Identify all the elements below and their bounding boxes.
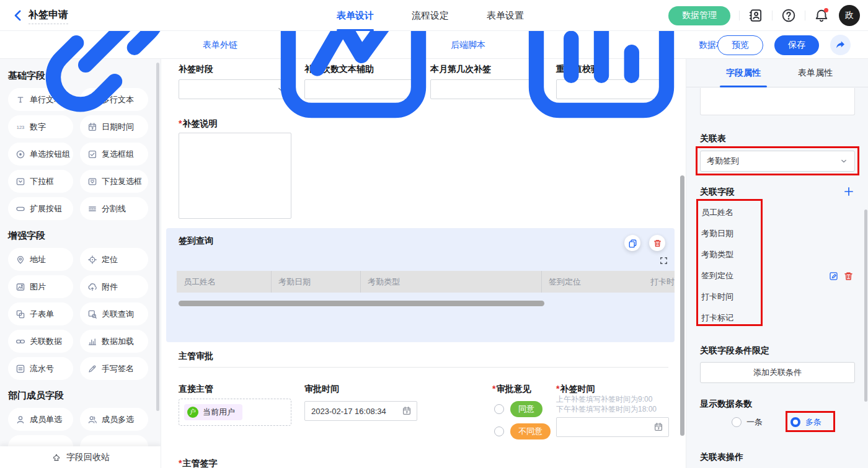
- related-field-item[interactable]: 打卡标记: [701, 307, 733, 329]
- toolbar-link[interactable]: 后端脚本: [260, 31, 485, 59]
- add-field-plus-icon[interactable]: [843, 186, 854, 197]
- member-field-grid: 成员单选 成员多选: [0, 408, 161, 431]
- table-column-header: 打卡时间: [644, 271, 675, 293]
- query-table-header: 员工姓名 考勤日期 考勤类型 签到定位 打卡时间: [177, 271, 675, 293]
- toolbar-link[interactable]: 数据权限: [508, 31, 733, 59]
- table-column-header: 签到定位: [542, 271, 644, 293]
- toolbar-link[interactable]: 表单外链: [12, 31, 237, 59]
- header-tab[interactable]: 表单设计: [337, 0, 374, 31]
- duplicate-widget-button[interactable]: [624, 235, 640, 251]
- section-title-member: 部门成员字段: [8, 390, 161, 402]
- widget-title: 签到查询: [179, 236, 213, 247]
- field-recycle-bin[interactable]: 字段回收站: [0, 446, 161, 468]
- data-manage-button[interactable]: 数据管理: [668, 6, 730, 25]
- related-table-select[interactable]: 考勤签到: [700, 151, 855, 172]
- field-type-pill[interactable]: 分割线: [80, 197, 148, 220]
- canvas-scrollbar[interactable]: [680, 175, 684, 436]
- separator: [805, 11, 805, 20]
- radio-option-agree[interactable]: 同意: [494, 401, 542, 417]
- notification-dot: [824, 8, 828, 12]
- radio-option-disagree[interactable]: 不同意: [494, 423, 551, 439]
- field-type-pill[interactable]: 关联数据: [8, 330, 73, 353]
- radio-option-multiple[interactable]: 多条: [790, 417, 822, 428]
- field-type-pill[interactable]: 单选按钮组: [8, 143, 73, 166]
- notification-bell-icon[interactable]: [814, 8, 829, 23]
- related-field-item[interactable]: 考勤类型: [701, 244, 733, 265]
- help-icon[interactable]: [781, 8, 796, 23]
- field-type-pill[interactable]: 下拉复选框: [80, 170, 148, 193]
- add-condition-button[interactable]: 添加关联条件: [700, 362, 855, 383]
- related-field-item[interactable]: 打卡时间: [701, 286, 733, 307]
- sign-in-query-widget[interactable]: 签到查询 员工姓名 考勤日期 考勤类型 签到定位 打卡时间: [166, 228, 675, 342]
- field-type-pill[interactable]: 子表单: [8, 302, 73, 325]
- direct-manager-field[interactable]: 户 当前用户: [179, 399, 291, 426]
- trash-icon: [653, 239, 662, 248]
- display-count-label: 显示数据条数: [700, 399, 752, 410]
- back-icon[interactable]: [11, 9, 25, 22]
- field-type-pill[interactable]: 手写签名: [80, 357, 148, 380]
- properties-panel: 字段属性 表单属性 关联表 考勤签到 关联字段 员工姓名 考勤日期 考勤类型: [686, 59, 868, 468]
- header-right: 数据管理 政: [668, 0, 860, 31]
- form-designer-app: 补签申请 表单设计 流程设定 表单设置 数据管理: [0, 0, 868, 468]
- field-type-pill[interactable]: 关联查询: [80, 302, 148, 325]
- field-type-pill[interactable]: 定位: [80, 248, 148, 271]
- field-type-pill[interactable]: 成员多选: [80, 408, 148, 431]
- field-type-pill[interactable]: 地址: [8, 248, 73, 271]
- user-avatar[interactable]: 政: [839, 5, 860, 26]
- partial-input[interactable]: [700, 88, 855, 115]
- field-type-pill[interactable]: 数据加载: [80, 330, 148, 353]
- field-type-pill[interactable]: 图片: [8, 275, 73, 298]
- field-type-pill[interactable]: 下拉框: [8, 170, 73, 193]
- copy-icon: [628, 239, 637, 248]
- tab-form-properties[interactable]: 表单属性: [793, 59, 838, 87]
- radio-icon: [494, 426, 504, 436]
- tab-field-properties[interactable]: 字段属性: [715, 59, 771, 87]
- header-tab[interactable]: 流程设定: [412, 0, 449, 31]
- resign-time-input[interactable]: [556, 417, 669, 437]
- header-tab[interactable]: 表单设置: [487, 0, 524, 31]
- trash-icon[interactable]: [843, 271, 854, 281]
- share-button[interactable]: [830, 35, 851, 55]
- approval-time-input[interactable]: 2023-02-17 16:08:34: [304, 401, 417, 421]
- calendar-icon: [653, 422, 663, 432]
- textarea-resign-note[interactable]: [179, 133, 291, 219]
- table-horizontal-scrollbar[interactable]: [179, 301, 544, 306]
- calendar-icon: [402, 406, 412, 416]
- delete-widget-button[interactable]: [649, 235, 665, 251]
- field-type-pill[interactable]: 流水号: [8, 357, 73, 380]
- save-button[interactable]: 保存: [774, 35, 819, 55]
- field-type-pill[interactable]: 复选框组: [80, 143, 148, 166]
- panel-scrollbar[interactable]: [864, 210, 867, 402]
- expand-icon[interactable]: [659, 256, 668, 265]
- active-tab-underline: [720, 86, 767, 87]
- related-field-item[interactable]: 考勤日期: [701, 223, 733, 244]
- related-field-item[interactable]: 员工姓名: [701, 202, 733, 223]
- edit-icon[interactable]: [828, 271, 839, 281]
- form-title[interactable]: 补签申请: [29, 9, 68, 24]
- chevron-down-icon: [839, 156, 849, 166]
- sub-toolbar: 表单外链 后端脚本 数据权限 预览 保存: [0, 31, 868, 59]
- radio-icon: [732, 417, 742, 427]
- table-ops-label: 关联表操作: [700, 452, 743, 463]
- separator: [772, 11, 773, 20]
- contacts-icon[interactable]: [748, 8, 763, 23]
- field-type-pill[interactable]: 附件: [80, 275, 148, 298]
- table-column-header: 考勤类型: [361, 271, 542, 293]
- recycle-icon: [51, 453, 61, 462]
- related-table-label: 关联表: [700, 133, 726, 144]
- related-field-item[interactable]: 签到定位: [701, 265, 733, 286]
- field-label: *审批意见: [492, 384, 531, 395]
- section-divider: [179, 367, 668, 368]
- radio-option-single[interactable]: 一条: [732, 417, 763, 428]
- toolbar-links: 表单外链 后端脚本 数据权限: [12, 31, 733, 59]
- field-type-pill[interactable]: 成员单选: [8, 408, 73, 431]
- field-label: 审批时间: [304, 384, 339, 395]
- field-type-pill[interactable]: 扩展按钮: [8, 197, 73, 220]
- user-house-icon: 户: [187, 407, 198, 418]
- preview-button[interactable]: 预览: [717, 35, 763, 55]
- top-header: 补签申请 表单设计 流程设定 表单设置 数据管理: [0, 0, 868, 31]
- related-fields-label: 关联字段: [700, 187, 735, 198]
- condition-label: 关联字段条件限定: [700, 345, 769, 356]
- table-column-header: 员工姓名: [177, 271, 272, 293]
- current-user-tag: 户 当前用户: [184, 404, 242, 420]
